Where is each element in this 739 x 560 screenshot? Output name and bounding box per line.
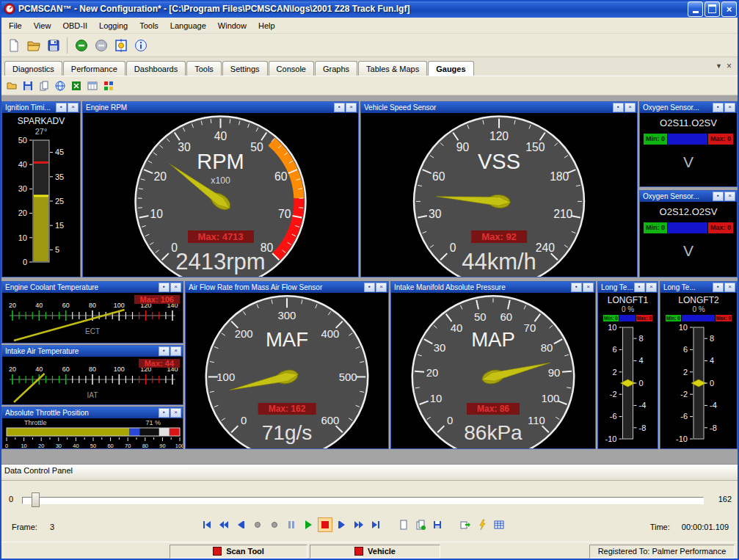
panel-restore-icon[interactable]: ▪	[159, 283, 170, 292]
skip-start-button[interactable]	[200, 517, 214, 532]
svg-text:120: 120	[489, 130, 509, 142]
vehicle-status: Vehicle	[310, 545, 440, 559]
dcp-slider-track[interactable]	[22, 497, 704, 504]
rewind-button[interactable]	[216, 517, 231, 532]
tab-dashboards[interactable]: Dashboards	[126, 61, 186, 76]
record-dot-1[interactable]	[250, 517, 265, 532]
copy-log-button[interactable]	[413, 517, 428, 532]
open-config-button[interactable]	[4, 78, 20, 94]
panel-restore-icon[interactable]: ▪	[364, 283, 375, 292]
panel-restore-icon[interactable]: ▪	[159, 346, 170, 356]
tab-performance[interactable]: Performance	[63, 61, 125, 76]
panel-titlebar[interactable]: Long Te... ▪ ×	[598, 282, 658, 293]
panel-close-icon[interactable]: ×	[724, 103, 735, 112]
panel-titlebar[interactable]: Intake Manifold Absolute Pressure ▪ ×	[391, 282, 595, 293]
save-log-button[interactable]	[430, 517, 445, 532]
tab-graphs[interactable]: Graphs	[315, 61, 357, 76]
panel-close-icon[interactable]: ×	[68, 103, 79, 112]
menu-view[interactable]: View	[28, 19, 57, 32]
info-button[interactable]	[131, 35, 150, 55]
grid-view-button[interactable]	[492, 517, 506, 532]
stop-button[interactable]	[318, 517, 332, 532]
panel-restore-icon[interactable]: ▪	[713, 103, 724, 112]
web-button[interactable]	[52, 78, 68, 94]
panel-restore-icon[interactable]: ▪	[613, 103, 624, 112]
panel-restore-icon[interactable]: ▪	[56, 103, 67, 112]
tab-close-icon[interactable]: ×	[727, 61, 732, 71]
menu-language[interactable]: Language	[164, 19, 212, 32]
pid-name: SPARKADV	[2, 116, 80, 126]
panel-close-icon[interactable]: ×	[724, 192, 735, 201]
record-dot-2[interactable]	[267, 517, 282, 532]
open-folder-button[interactable]	[23, 35, 43, 55]
restore-button[interactable]	[705, 1, 720, 17]
panel-restore-icon[interactable]: ▪	[159, 408, 170, 418]
tab-settings[interactable]: Settings	[222, 61, 268, 76]
panel-titlebar[interactable]: Intake Air Temperature ▪ ×	[2, 346, 183, 357]
menu-obd2[interactable]: OBD-II	[57, 19, 93, 32]
panel-close-icon[interactable]: ×	[646, 283, 657, 292]
tab-tables-maps[interactable]: Tables & Maps	[358, 61, 427, 76]
panel-titlebar[interactable]: Absolute Throttle Position ▪ ×	[2, 407, 183, 418]
panel-titlebar[interactable]: Vehicle Speed Sensor ▪ ×	[361, 102, 637, 113]
svg-text:150: 150	[525, 141, 545, 153]
menu-help[interactable]: Help	[252, 19, 281, 32]
panel-close-icon[interactable]: ×	[170, 408, 181, 418]
save-button[interactable]	[43, 35, 63, 55]
tab-diagnostics[interactable]: Diagnostics	[4, 61, 62, 76]
dcp-slider-thumb[interactable]	[32, 492, 40, 507]
menu-file[interactable]: File	[3, 19, 28, 32]
tab-gauges[interactable]: Gauges	[428, 61, 473, 76]
panel-titlebar[interactable]: Engine Coolant Temperature ▪ ×	[2, 282, 183, 293]
menu-window[interactable]: Window	[212, 19, 252, 32]
menu-logging[interactable]: Logging	[93, 19, 134, 32]
panel-close-icon[interactable]: ×	[625, 103, 636, 112]
export-log-button[interactable]	[458, 517, 473, 532]
panel-titlebar[interactable]: Long Te... ▪ ×	[660, 282, 737, 293]
pause-button[interactable]	[284, 517, 299, 532]
panel-restore-icon[interactable]: ▪	[713, 283, 724, 292]
panel-restore-icon[interactable]: ▪	[334, 103, 345, 112]
panel-restore-icon[interactable]: ▪	[634, 283, 645, 292]
fast-forward-button[interactable]	[352, 517, 366, 532]
panel-titlebar[interactable]: Air Flow Rate from Mass Air Flow Sensor …	[186, 282, 388, 293]
save-config-button[interactable]	[20, 78, 36, 94]
panel-close-icon[interactable]: ×	[376, 283, 387, 292]
disconnect-button[interactable]	[91, 35, 111, 55]
panel-close-icon[interactable]: ×	[170, 346, 181, 356]
lt-bar	[619, 315, 636, 321]
panel-close-icon[interactable]: ×	[583, 283, 594, 292]
panel-restore-icon[interactable]: ▪	[713, 192, 724, 201]
panel-titlebar[interactable]: Engine RPM ▪ ×	[83, 102, 358, 113]
play-button[interactable]	[301, 517, 316, 532]
flash-export-button[interactable]	[475, 517, 489, 532]
connect-button[interactable]	[71, 35, 91, 55]
panel-titlebar[interactable]: Oxygen Sensor... ▪ ×	[640, 191, 737, 202]
o2-unit: V	[640, 153, 737, 171]
tab-tools[interactable]: Tools	[186, 61, 222, 76]
copy-button[interactable]	[36, 78, 52, 94]
panel-restore-icon[interactable]: ▪	[571, 283, 582, 292]
table-view-button[interactable]	[84, 78, 101, 94]
close-button[interactable]: ×	[721, 1, 737, 17]
panel-close-icon[interactable]: ×	[724, 283, 735, 292]
menu-tools[interactable]: Tools	[134, 19, 164, 32]
gauge-grid-button[interactable]	[101, 78, 117, 94]
tab-list-dropdown-icon[interactable]: ▼	[716, 62, 722, 70]
skip-end-button[interactable]	[368, 517, 383, 532]
panel-close-icon[interactable]: ×	[170, 283, 181, 292]
panel-titlebar[interactable]: Oxygen Sensor... ▪ ×	[640, 102, 737, 113]
minimize-button[interactable]	[688, 1, 703, 17]
panel-titlebar[interactable]: Ignition Timi... ▪ ×	[2, 102, 80, 113]
scan-target-button[interactable]	[111, 35, 131, 55]
panel-coolant-temp: Engine Coolant Temperature ▪ × 204060801…	[1, 281, 183, 343]
new-file-button[interactable]	[4, 35, 23, 55]
step-forward-button[interactable]	[335, 517, 349, 532]
titlebar[interactable]: PCMSCAN™ - New Configuration* - [C:\Prog…	[0, 0, 739, 18]
tab-console[interactable]: Console	[269, 61, 314, 76]
excel-export-button[interactable]	[68, 78, 84, 94]
web-globe-icon	[54, 80, 66, 92]
panel-close-icon[interactable]: ×	[346, 103, 357, 112]
new-log-button[interactable]	[396, 517, 411, 532]
step-back-button[interactable]	[233, 517, 248, 532]
